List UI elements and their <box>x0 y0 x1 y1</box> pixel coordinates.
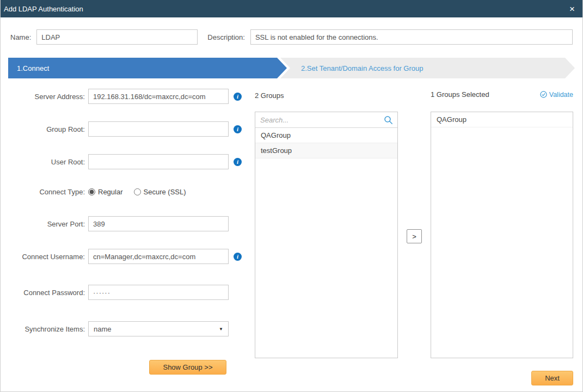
synchronize-items-select[interactable]: name ▼ <box>88 321 229 336</box>
dialog-title: Add LDAP Authentication <box>4 5 83 13</box>
available-groups-header: 2 Groups <box>255 91 284 100</box>
list-item[interactable]: testGroup <box>255 143 397 158</box>
connect-username-row: Connect Username: i <box>1 249 242 264</box>
description-input[interactable] <box>250 29 573 45</box>
validate-check-icon <box>540 91 547 98</box>
description-label: Description: <box>207 33 245 41</box>
user-root-label: User Root: <box>1 158 85 166</box>
step-tenant-domain-access-label: 2.Set Tenant/Domain Access for Group <box>301 64 424 72</box>
dialog-content: Server Address: i Group Root: i User Roo… <box>1 78 582 392</box>
connect-type-ssl-label: Secure (SSL) <box>144 188 186 196</box>
wizard-stepper: 1.Connect 2.Set Tenant/Domain Access for… <box>8 58 575 78</box>
server-address-label: Server Address: <box>1 93 85 101</box>
connect-password-row: Connect Password: <box>1 285 229 300</box>
next-button[interactable]: Next <box>531 371 573 385</box>
step-tenant-domain-access[interactable]: 2.Set Tenant/Domain Access for Group <box>280 58 575 78</box>
group-root-input[interactable] <box>88 121 229 137</box>
info-icon[interactable]: i <box>234 93 242 101</box>
dialog-titlebar: Add LDAP Authentication × <box>1 0 582 17</box>
connect-type-radio-group: Regular Secure (SSL) <box>88 188 186 196</box>
step-connect[interactable]: 1.Connect <box>8 58 287 78</box>
synchronize-items-row: Synchronize Items: name ▼ <box>1 321 229 336</box>
server-port-input[interactable] <box>88 216 229 231</box>
group-search-row <box>255 112 397 128</box>
connect-type-label: Connect Type: <box>1 188 85 196</box>
info-icon[interactable]: i <box>234 125 242 133</box>
connect-type-row: Connect Type: Regular Secure (SSL) <box>1 188 186 196</box>
connect-type-regular-label: Regular <box>98 188 123 196</box>
step-connect-label: 1.Connect <box>17 64 49 72</box>
group-root-label: Group Root: <box>1 125 85 133</box>
selected-groups-header: 1 Groups Selected <box>431 90 489 99</box>
selected-groups-listbox: QAGroup <box>431 112 573 358</box>
search-icon <box>384 115 393 125</box>
name-label: Name: <box>10 33 31 41</box>
validate-label: Validate <box>549 91 573 99</box>
show-group-button[interactable]: Show Group >> <box>149 360 226 375</box>
name-description-row: Name: Description: <box>10 29 573 45</box>
connect-type-regular-radio[interactable] <box>88 188 95 195</box>
group-search-input[interactable] <box>255 113 384 127</box>
list-item[interactable]: QAGroup <box>255 128 397 143</box>
connect-username-label: Connect Username: <box>1 253 85 261</box>
user-root-input[interactable] <box>88 154 229 169</box>
synchronize-items-label: Synchronize Items: <box>1 325 85 333</box>
close-icon[interactable]: × <box>569 4 575 14</box>
server-address-input[interactable] <box>88 89 229 104</box>
server-address-row: Server Address: i <box>1 89 242 104</box>
available-groups-listbox: QAGroup testGroup <box>255 112 398 358</box>
info-icon[interactable]: i <box>234 253 242 261</box>
synchronize-items-value: name <box>94 325 112 333</box>
connect-type-ssl-option[interactable]: Secure (SSL) <box>134 188 186 196</box>
move-right-button[interactable]: > <box>407 229 422 243</box>
connect-password-label: Connect Password: <box>1 289 85 297</box>
server-port-row: Server Port: <box>1 216 229 231</box>
connect-type-regular-option[interactable]: Regular <box>88 188 123 196</box>
connect-username-input[interactable] <box>88 249 229 264</box>
connect-type-ssl-radio[interactable] <box>134 188 141 195</box>
validate-link[interactable]: Validate <box>540 91 573 99</box>
info-icon[interactable]: i <box>234 158 242 166</box>
user-root-row: User Root: i <box>1 154 242 169</box>
name-input[interactable] <box>36 29 198 45</box>
server-port-label: Server Port: <box>1 220 85 228</box>
list-item[interactable]: QAGroup <box>431 112 573 127</box>
add-ldap-dialog: Add LDAP Authentication × Name: Descript… <box>0 0 583 392</box>
connect-password-input[interactable] <box>88 285 229 300</box>
chevron-down-icon: ▼ <box>219 327 223 332</box>
selected-groups-header-row: 1 Groups Selected Validate <box>431 90 573 99</box>
group-root-row: Group Root: i <box>1 121 242 137</box>
